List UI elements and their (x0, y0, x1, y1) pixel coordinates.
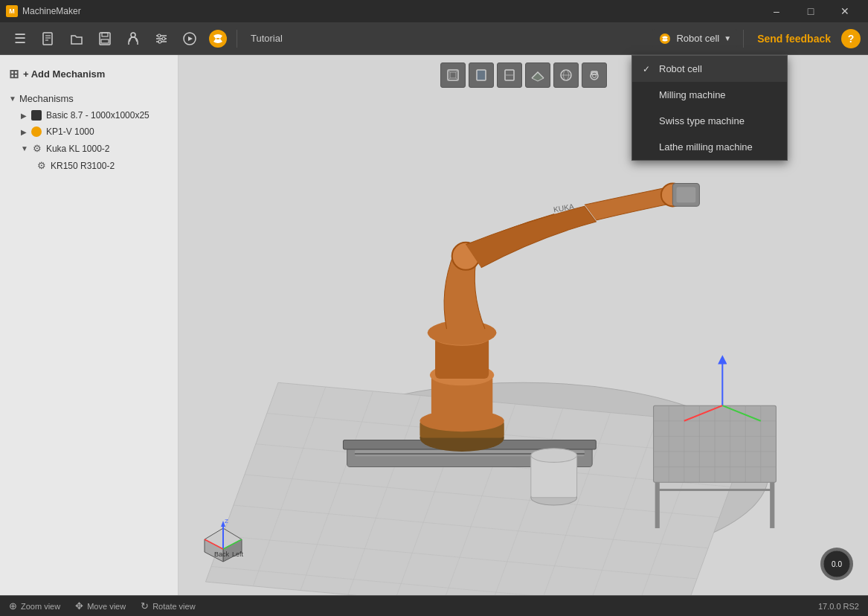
dropdown-current-label: Robot cell (676, 33, 719, 44)
kr150-label: KR150 R3100-2 (51, 161, 115, 171)
svg-text:Left: Left (232, 551, 244, 558)
svg-point-85 (531, 449, 577, 463)
svg-rect-25 (477, 70, 486, 80)
tree-item-kp1[interactable]: ▶ KP1-V 1000 (0, 123, 178, 140)
help-button[interactable]: ? (841, 29, 861, 48)
version-text: 17.0.0 RS2 (818, 602, 859, 611)
kuka-label: Kuka KL 1000-2 (46, 144, 110, 154)
tutorial-label: Tutorial (251, 33, 283, 44)
dropdown-item-swiss-type[interactable]: Swiss type machine (632, 108, 787, 134)
move-label: Move view (87, 602, 126, 611)
svg-point-15 (158, 40, 161, 43)
front-view-button[interactable] (469, 62, 494, 88)
move-status: ✥ Move view (75, 600, 126, 612)
kr150-icon: ⚙ (37, 160, 46, 171)
add-mechanism-button[interactable]: ⊞ + Add Mechanism (0, 62, 178, 86)
svg-point-13 (158, 34, 161, 37)
mechanisms-arrow-icon: ▼ (9, 94, 16, 103)
robot-button[interactable] (120, 26, 146, 51)
kuka-icon: ⚙ (33, 143, 42, 154)
svg-point-7 (131, 33, 135, 37)
title-bar-controls: – □ ✕ (759, 0, 862, 22)
toolbar-separator-1 (237, 30, 237, 48)
perspective-view-button[interactable] (440, 62, 466, 88)
app-icon: M (6, 5, 18, 17)
svg-rect-20 (450, 72, 456, 78)
add-icon: ⊞ (9, 67, 19, 81)
svg-rect-6 (101, 39, 109, 43)
zoom-status: ⊕ Zoom view (9, 600, 60, 612)
svg-point-17 (209, 30, 227, 48)
svg-point-18 (660, 33, 670, 44)
dropdown-item-lathe-label: Lathe milling machine (659, 141, 753, 153)
dropdown-item-robot-cell[interactable]: ✓ Robot cell (632, 56, 787, 82)
send-feedback-button[interactable]: Send feedback (750, 30, 838, 48)
kp1-icon (31, 126, 42, 137)
close-button[interactable]: ✕ (828, 0, 862, 22)
title-bar-left: M MachineMaker (6, 5, 81, 17)
basic-icon (31, 110, 42, 121)
tree-item-basic[interactable]: ▶ Basic 8.7 - 1000x1000x25 (0, 107, 178, 123)
basic-label: Basic 8.7 - 1000x1000x25 (46, 110, 150, 121)
coord-indicator: 0.0 (820, 548, 853, 580)
svg-text:0.0: 0.0 (832, 560, 842, 568)
save-button[interactable] (92, 26, 118, 51)
main-area: ⊞ + Add Mechanism ▼ Mechanisms ▶ Basic 8… (0, 55, 868, 595)
rotate-status: ↻ Rotate view (141, 600, 195, 612)
viewport[interactable]: KUKA (179, 55, 868, 595)
view-toolbar (440, 62, 607, 88)
sidebar: ⊞ + Add Mechanism ▼ Mechanisms ▶ Basic 8… (0, 55, 179, 595)
kuka-expand-icon: ▼ (21, 144, 28, 153)
zoom-label: Zoom view (21, 602, 60, 611)
dropdown-item-milling-label: Milling machine (659, 89, 726, 100)
tree-item-kr150[interactable]: ⚙ KR150 R3100-2 (0, 157, 178, 174)
zoom-icon: ⊕ (9, 600, 17, 612)
settings-button[interactable] (149, 26, 174, 51)
check-icon: ✓ (643, 64, 653, 74)
svg-rect-0 (43, 33, 52, 45)
toolbar-separator-2 (743, 30, 744, 48)
minimize-button[interactable]: – (759, 0, 794, 22)
toolbar: ☰ (0, 22, 868, 55)
dropdown-arrow-icon: ▼ (724, 34, 731, 42)
side-view-button[interactable] (497, 62, 522, 88)
camera-view-button[interactable] (582, 62, 607, 88)
mechanisms-label: Mechanisms (19, 93, 74, 104)
maximize-button[interactable]: □ (794, 0, 828, 22)
add-mechanism-label: + Add Mechanism (23, 68, 105, 80)
mechanisms-header[interactable]: ▼ Mechanisms (0, 90, 178, 107)
robot-cell-dropdown[interactable]: Robot cell ▼ (652, 29, 737, 48)
view-cube: Back Left Z (193, 513, 253, 573)
tree-item-kuka[interactable]: ▼ ⚙ Kuka KL 1000-2 (0, 140, 178, 157)
svg-point-14 (162, 37, 165, 40)
dropdown-item-robot-cell-label: Robot cell (659, 63, 702, 74)
dropdown-item-lathe[interactable]: Lathe milling machine (632, 134, 787, 160)
dropdown-item-swiss-label: Swiss type machine (659, 115, 745, 126)
new-button[interactable] (36, 26, 61, 51)
menu-button[interactable]: ☰ (7, 26, 33, 51)
title-bar: M MachineMaker – □ ✕ (0, 0, 868, 22)
dropdown-menu: ✓ Robot cell Milling machine Swiss type … (631, 55, 788, 161)
plane-view-button[interactable] (525, 62, 550, 88)
svg-rect-66 (677, 187, 696, 203)
play-button[interactable] (177, 26, 202, 51)
kp1-expand-icon: ▶ (21, 128, 27, 136)
kp1-label: KP1-V 1000 (46, 126, 94, 137)
rotate-icon: ↻ (141, 600, 149, 612)
dropdown-item-milling-machine[interactable]: Milling machine (632, 82, 787, 108)
open-button[interactable] (64, 26, 89, 51)
status-bar: ⊕ Zoom view ✥ Move view ↻ Rotate view 17… (0, 595, 868, 616)
brand-button[interactable] (205, 26, 231, 51)
app-title: MachineMaker (22, 6, 81, 16)
svg-text:Z: Z (225, 518, 228, 524)
basic-expand-icon: ▶ (21, 112, 27, 120)
svg-text:Back: Back (214, 551, 230, 558)
rotate-label: Rotate view (152, 602, 195, 611)
globe-view-button[interactable] (553, 62, 579, 88)
tree-section: ▼ Mechanisms ▶ Basic 8.7 - 1000x1000x25 … (0, 90, 178, 174)
move-icon: ✥ (75, 600, 83, 612)
